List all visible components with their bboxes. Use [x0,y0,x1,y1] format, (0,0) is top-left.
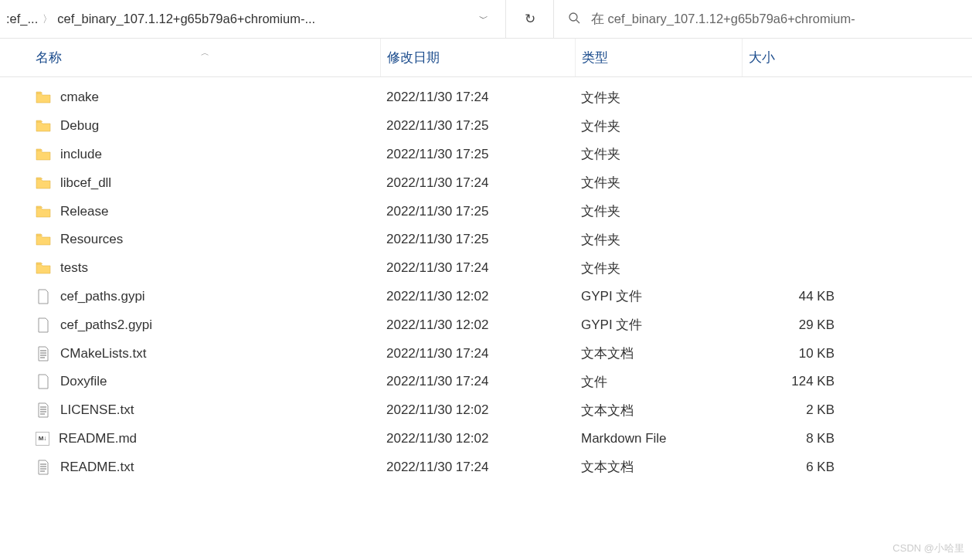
folder-icon [36,90,51,105]
cell-date: 2022/11/30 17:25 [380,118,575,134]
cell-size: 8 KB [742,431,842,446]
cell-name: libcef_dll [0,175,380,191]
cell-date: 2022/11/30 17:24 [380,374,575,389]
cell-size: 6 KB [742,460,842,475]
text-file-icon [36,402,51,418]
file-name: README.md [59,431,137,446]
file-row[interactable]: Debug2022/11/30 17:25文件夹 [0,112,972,141]
folder-icon [36,147,51,162]
header-name-label: 名称 [36,50,62,65]
cell-date: 2022/11/30 17:25 [380,147,575,162]
file-row[interactable]: Doxyfile2022/11/30 17:24文件124 KB [0,368,972,396]
file-name: CMakeLists.txt [60,346,146,361]
refresh-button[interactable]: ↻ [506,0,554,38]
cell-size: 2 KB [742,402,842,418]
cell-size: 44 KB [742,289,842,304]
file-row[interactable]: cef_paths2.gypi2022/11/30 12:02GYPI 文件29… [0,311,972,339]
file-name: LICENSE.txt [60,402,134,418]
cell-name: Debug [0,118,380,134]
folder-icon [36,232,51,247]
file-row[interactable]: cmake2022/11/30 17:24文件夹 [0,83,972,112]
file-row[interactable]: README.txt2022/11/30 17:24文本文档6 KB [0,453,972,481]
file-name: cef_paths2.gypi [60,317,152,333]
cell-date: 2022/11/30 12:02 [380,317,575,333]
cell-date: 2022/11/30 12:02 [380,402,575,418]
cell-name: tests [0,260,380,276]
cell-name: M↓README.md [0,431,380,446]
sort-ascending-icon: ︿ [201,47,209,59]
file-name: README.txt [60,460,134,475]
header-size[interactable]: 大小 [742,39,842,76]
cell-date: 2022/11/30 17:25 [380,204,575,219]
cell-date: 2022/11/30 12:02 [380,431,575,446]
cell-date: 2022/11/30 17:24 [380,175,575,191]
folder-icon [36,260,51,276]
search-box[interactable]: 在 cef_binary_107.1.12+g65b79a6+chromium- [554,0,972,38]
cell-date: 2022/11/30 17:24 [380,460,575,475]
cell-size: 10 KB [742,346,842,361]
file-row[interactable]: tests2022/11/30 17:24文件夹 [0,254,972,283]
cell-size: 29 KB [742,317,842,333]
file-name: cmake [60,90,99,105]
cell-type: 文本文档 [575,458,742,476]
folder-icon [36,118,51,134]
file-icon [36,374,51,389]
file-row[interactable]: Resources2022/11/30 17:25文件夹 [0,226,972,254]
cell-type: GYPI 文件 [575,316,742,334]
cell-date: 2022/11/30 17:24 [380,90,575,105]
column-headers: ︿ 名称 修改日期 类型 大小 [0,39,972,77]
cell-type: 文件夹 [575,231,742,249]
cell-name: README.txt [0,460,380,475]
file-icon [36,289,51,304]
file-name: Release [60,204,108,219]
folder-icon [36,204,51,219]
file-name: tests [60,260,88,276]
header-date[interactable]: 修改日期 [380,39,575,76]
breadcrumb[interactable]: :ef_... 〉 cef_binary_107.1.12+g65b79a6+c… [0,0,506,38]
file-row[interactable]: M↓README.md2022/11/30 12:02Markdown File… [0,425,972,453]
cell-date: 2022/11/30 17:24 [380,260,575,276]
cell-type: 文件 [575,373,742,391]
header-date-label: 修改日期 [387,49,440,66]
cell-name: cef_paths.gypi [0,289,380,304]
cell-type: Markdown File [575,431,742,446]
file-name: include [60,147,102,162]
header-type-label: 类型 [582,49,608,66]
watermark: CSDN @小哈里 [892,541,964,555]
file-row[interactable]: include2022/11/30 17:25文件夹 [0,141,972,169]
text-file-icon [36,346,51,361]
cell-date: 2022/11/30 17:25 [380,232,575,247]
cell-name: Resources [0,232,380,247]
cell-size: 124 KB [742,374,842,389]
header-name[interactable]: ︿ 名称 [0,49,380,66]
cell-name: Doxyfile [0,374,380,389]
breadcrumb-segment[interactable]: :ef_... [6,12,38,26]
header-type[interactable]: 类型 [575,39,742,76]
file-row[interactable]: CMakeLists.txt2022/11/30 17:24文本文档10 KB [0,339,972,368]
file-name: Doxyfile [60,374,107,389]
cell-type: 文件夹 [575,145,742,163]
file-list: cmake2022/11/30 17:24文件夹Debug2022/11/30 … [0,77,972,481]
file-row[interactable]: Release2022/11/30 17:25文件夹 [0,197,972,226]
text-file-icon [36,460,51,475]
folder-icon [36,175,51,191]
address-toolbar: :ef_... 〉 cef_binary_107.1.12+g65b79a6+c… [0,0,972,39]
file-name: cef_paths.gypi [60,289,145,304]
search-placeholder: 在 cef_binary_107.1.12+g65b79a6+chromium- [591,11,855,28]
cell-name: CMakeLists.txt [0,346,380,361]
file-icon [36,317,51,333]
svg-line-1 [576,20,579,23]
file-name: Debug [60,118,99,134]
cell-name: include [0,147,380,162]
cell-type: 文本文档 [575,344,742,362]
cell-type: 文件夹 [575,89,742,107]
chevron-right-icon: 〉 [42,12,53,26]
file-row[interactable]: LICENSE.txt2022/11/30 12:02文本文档2 KB [0,396,972,425]
file-row[interactable]: libcef_dll2022/11/30 17:24文件夹 [0,168,972,197]
file-row[interactable]: cef_paths.gypi2022/11/30 12:02GYPI 文件44 … [0,283,972,311]
file-name: Resources [60,232,123,247]
cell-type: 文件夹 [575,117,742,135]
chevron-down-icon[interactable]: ﹀ [468,12,499,25]
cell-type: 文件夹 [575,202,742,220]
breadcrumb-segment[interactable]: cef_binary_107.1.12+g65b79a6+chromium-..… [57,12,315,26]
